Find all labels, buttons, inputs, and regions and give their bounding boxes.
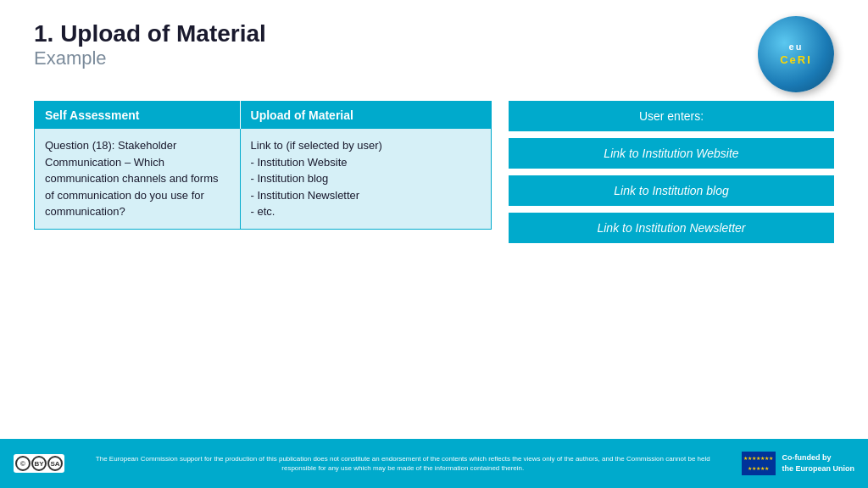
eu-funding: ★ ★ ★ ★ ★ ★ ★ ★ ★ ★ ★ ★ Co-funded by the… bbox=[742, 452, 855, 475]
footer: © BY SA The European Commission support … bbox=[0, 439, 868, 488]
title-block: 1. Upload of Material Example bbox=[34, 20, 266, 69]
cell-upload-material: Link to (if selected by user)- Instituti… bbox=[240, 129, 491, 229]
page-subtitle: Example bbox=[34, 47, 266, 69]
logo-text-bottom: CeRI bbox=[780, 53, 812, 68]
eu-flag: ★ ★ ★ ★ ★ ★ ★ ★ ★ ★ ★ ★ bbox=[742, 452, 776, 475]
cc-icon: © BY SA bbox=[14, 454, 64, 473]
page-title: 1. Upload of Material bbox=[34, 20, 266, 47]
main-content: Self Assessment Upload of Material Quest… bbox=[0, 101, 868, 243]
col-header-upload-material: Upload of Material bbox=[240, 102, 491, 130]
link-institution-blog-button[interactable]: Link to Institution blog bbox=[509, 175, 834, 206]
by-circle: BY bbox=[31, 456, 47, 471]
col-header-self-assessment: Self Assessment bbox=[35, 102, 241, 130]
eu-star: ★ bbox=[765, 466, 769, 471]
eu-star: ★ bbox=[769, 456, 773, 461]
link-institution-website-button[interactable]: Link to Institution Website bbox=[509, 138, 834, 169]
header: 1. Upload of Material Example eu CeRI bbox=[0, 0, 868, 101]
cell-self-assessment: Question (18): Stakeholder Communication… bbox=[35, 129, 241, 229]
cc-circle: © bbox=[15, 456, 31, 471]
table-container: Self Assessment Upload of Material Quest… bbox=[34, 101, 492, 230]
eu-cofunded-text: Co-funded by the European Union bbox=[782, 452, 855, 474]
right-panel: User enters: Link to Institution Website… bbox=[509, 101, 834, 243]
logo-text-top: eu bbox=[789, 41, 804, 53]
table-row: Question (18): Stakeholder Communication… bbox=[35, 129, 492, 229]
sa-circle: SA bbox=[47, 456, 63, 471]
link-institution-newsletter-button[interactable]: Link to Institution Newsletter bbox=[509, 213, 834, 243]
cc-license: © BY SA bbox=[14, 454, 64, 473]
user-enters-label: User enters: bbox=[509, 101, 834, 131]
upload-table: Self Assessment Upload of Material Quest… bbox=[34, 101, 492, 230]
logo: eu CeRI bbox=[758, 16, 834, 92]
footer-disclaimer: The European Commission support for the … bbox=[64, 454, 742, 473]
